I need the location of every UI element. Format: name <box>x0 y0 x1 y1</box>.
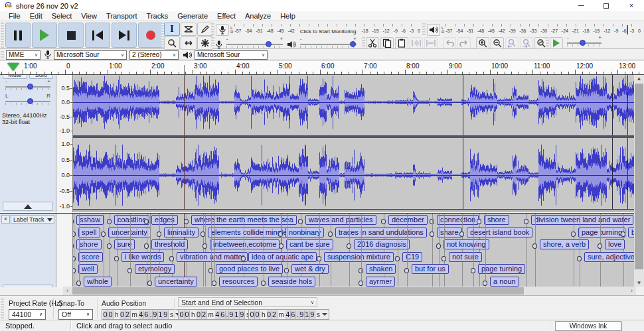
label-handle[interactable] <box>436 243 441 249</box>
label-handle[interactable] <box>347 243 351 249</box>
label-handle[interactable] <box>404 268 409 273</box>
label-handle[interactable] <box>107 243 112 249</box>
label-handle[interactable] <box>261 281 266 286</box>
label-text-box[interactable]: division tween land and water <box>531 215 633 225</box>
time-unit[interactable]: h <box>190 310 197 319</box>
time-digit[interactable]: 9 <box>229 310 234 319</box>
label-text-box[interactable]: shore <box>484 215 509 225</box>
label-handle[interactable] <box>241 256 246 261</box>
vertical-scale-ruler[interactable]: 0.50.0-0.5-1.01.00.50.0-0.5-1.0 <box>56 75 73 212</box>
edit-toolbar-grabber[interactable] <box>362 37 365 48</box>
time-unit[interactable]: s <box>315 310 321 319</box>
label-text-box[interactable]: score <box>78 252 103 262</box>
start-monitoring-label[interactable]: Click to Start Monitoring <box>299 29 358 34</box>
label-stem[interactable] <box>214 214 215 287</box>
zoom-tool-button[interactable] <box>164 36 180 50</box>
stop-button[interactable] <box>58 23 84 48</box>
time-digit[interactable]: 9 <box>299 310 305 319</box>
label-handle[interactable] <box>101 232 106 237</box>
label-handle[interactable] <box>114 256 119 261</box>
zoom-out-button[interactable] <box>491 37 504 49</box>
copy-button[interactable] <box>380 37 394 49</box>
timeline-ruler[interactable]: 1:0001:002:003:004:005:006:007:008:009:0… <box>0 61 644 75</box>
label-stem[interactable] <box>264 214 264 287</box>
time-digit[interactable]: 0 <box>103 310 108 319</box>
label-handle[interactable] <box>598 243 602 249</box>
device-toolbar-grabber[interactable] <box>1 51 4 59</box>
menu-item-view[interactable]: View <box>76 12 102 20</box>
time-digit[interactable]: 1 <box>158 310 163 319</box>
label-stem[interactable] <box>203 214 204 287</box>
gain-thumb[interactable] <box>27 84 33 90</box>
minimize-button[interactable] <box>568 0 594 11</box>
horizontal-scrollbar-thumb[interactable] <box>72 287 524 295</box>
label-text-box[interactable]: shaken <box>366 264 396 274</box>
label-stem[interactable] <box>147 214 147 287</box>
label-stem[interactable] <box>319 214 320 287</box>
label-handle[interactable] <box>212 281 216 286</box>
label-text-box[interactable]: seaside hols <box>268 277 315 287</box>
time-unit[interactable]: m <box>131 310 139 319</box>
vertical-scrollbar-thumb[interactable] <box>635 84 643 269</box>
label-stem[interactable] <box>535 214 536 287</box>
label-handle[interactable] <box>359 281 363 286</box>
vertical-scrollbar[interactable]: ▲ ▼ <box>634 75 644 287</box>
label-text-box[interactable]: well <box>78 264 98 274</box>
playback-device-select[interactable]: Microsoft Sour∨ <box>195 50 268 60</box>
time-unit[interactable]: h <box>260 310 267 319</box>
label-stem[interactable] <box>444 214 445 287</box>
selection-end-field[interactable]: 00h02m46.919s <box>248 309 329 320</box>
label-text-box[interactable]: share <box>437 228 462 237</box>
label-text-box[interactable]: desert island book <box>467 228 532 237</box>
time-digit[interactable]: 0 <box>267 310 272 319</box>
label-text-box[interactable]: good places to live <box>216 264 283 274</box>
label-handle[interactable] <box>298 219 303 224</box>
label-text-box[interactable]: connection <box>437 215 479 225</box>
label-text-box[interactable]: uncertainty <box>108 228 151 237</box>
zoom-selection-button[interactable] <box>505 37 519 49</box>
label-stem[interactable] <box>361 214 362 287</box>
label-text-box[interactable]: not knowing <box>443 239 489 249</box>
label-text-box[interactable]: C19 <box>402 252 422 262</box>
label-handle[interactable] <box>532 243 537 249</box>
play-at-speed-grabber[interactable] <box>546 37 549 48</box>
envelope-tool-button[interactable] <box>181 23 197 36</box>
time-unit[interactable]: m <box>278 310 285 319</box>
label-stem[interactable] <box>407 214 408 287</box>
menu-item-transport[interactable]: Transport <box>102 12 142 20</box>
skip-to-end-button[interactable] <box>112 23 137 48</box>
label-handle[interactable] <box>144 243 149 249</box>
trim-audio-button[interactable] <box>410 37 423 49</box>
label-text-box[interactable]: edges <box>151 215 178 225</box>
mixer-toolbar-grabber[interactable] <box>211 37 214 48</box>
time-digit[interactable]: 0 <box>185 310 190 319</box>
horizontal-scrollbar[interactable]: ‹ › <box>63 287 636 295</box>
label-stem[interactable] <box>462 214 463 287</box>
time-digit[interactable]: 0 <box>108 310 114 319</box>
label-handle[interactable] <box>621 232 625 237</box>
gain-slider[interactable]: - + <box>5 83 50 91</box>
label-text-box[interactable]: 2016 diagnosis <box>354 239 410 249</box>
label-stem[interactable] <box>117 214 118 287</box>
recording-meter-toolbar[interactable]: LR -57-54-51-48-45-42Click to Start Moni… <box>216 23 420 36</box>
cut-button[interactable] <box>366 37 379 49</box>
label-handle[interactable] <box>471 268 475 273</box>
label-handle[interactable] <box>73 268 76 273</box>
selection-tool-button[interactable]: I <box>164 23 180 36</box>
label-text-box[interactable]: vibration and matter <box>177 252 248 262</box>
time-digit[interactable]: 6 <box>291 310 296 319</box>
waveform-left-channel[interactable] <box>73 75 634 135</box>
project-rate-select[interactable]: 44100∨ <box>9 309 46 320</box>
track-collapse-button[interactable] <box>3 202 53 211</box>
time-digit[interactable]: 0 <box>250 310 255 319</box>
label-handle[interactable] <box>184 219 189 224</box>
label-stem[interactable] <box>580 214 580 287</box>
time-unit[interactable]: h <box>114 310 120 319</box>
label-text-box[interactable]: december <box>388 215 428 225</box>
selection-toolbar-grabber[interactable] <box>1 298 4 318</box>
label-text-box[interactable]: suspension mixture <box>324 252 394 262</box>
scroll-left-arrow[interactable]: ‹ <box>63 287 72 295</box>
time-unit[interactable]: m <box>207 310 215 319</box>
pan-slider[interactable]: L R <box>5 98 50 105</box>
label-text-box[interactable]: shore <box>76 239 102 249</box>
